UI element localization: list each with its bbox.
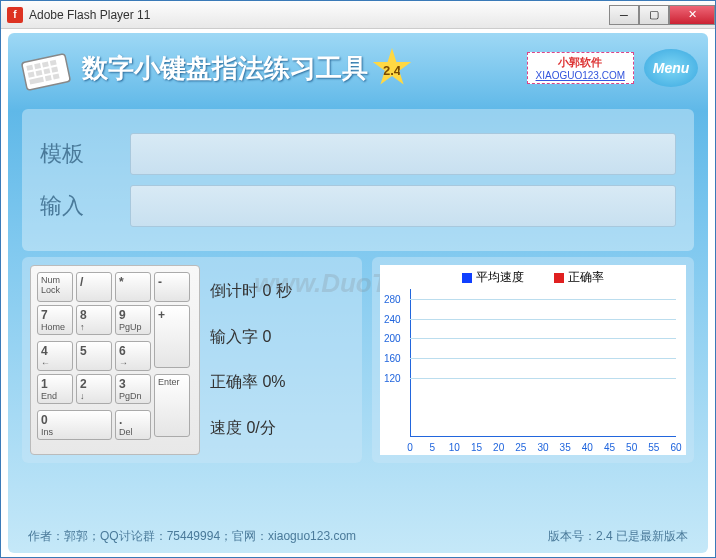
close-button[interactable]: ✕ bbox=[669, 5, 715, 25]
key-numlock[interactable]: Num Lock bbox=[37, 272, 73, 302]
input-label: 输入 bbox=[40, 191, 130, 221]
key-5[interactable]: 5 bbox=[76, 341, 112, 371]
key-7[interactable]: 7Home bbox=[37, 305, 73, 335]
maximize-button[interactable]: ▢ bbox=[639, 5, 669, 25]
legend-speed: 平均速度 bbox=[462, 269, 524, 286]
stat-accuracy: 正确率 0% bbox=[210, 372, 354, 393]
brand-name: 小郭软件 bbox=[536, 55, 625, 70]
input-row: 输入 bbox=[40, 185, 676, 227]
key-9[interactable]: 9PgUp bbox=[115, 305, 151, 335]
menu-button[interactable]: Menu bbox=[644, 49, 698, 87]
key-8[interactable]: 8↑ bbox=[76, 305, 112, 335]
key-minus[interactable]: - bbox=[154, 272, 190, 302]
footer-version: 版本号：2.4 已是最新版本 bbox=[548, 528, 688, 545]
legend-accuracy: 正确率 bbox=[554, 269, 604, 286]
minimize-button[interactable]: ─ bbox=[609, 5, 639, 25]
bottom-panels: Num Lock / * - 7Home 8↑ 9PgUp bbox=[22, 257, 694, 463]
template-label: 模板 bbox=[40, 139, 130, 169]
stats-panel: 倒计时 0 秒 输入字 0 正确率 0% 速度 0/分 bbox=[210, 265, 354, 455]
brand-link[interactable]: 小郭软件 XIAOGUO123.COM bbox=[527, 52, 634, 84]
key-slash[interactable]: / bbox=[76, 272, 112, 302]
window-controls: ─ ▢ ✕ bbox=[609, 5, 715, 25]
client-area: 数字小键盘指法练习工具 2.4 小郭软件 XIAOGUO123.COM Menu… bbox=[1, 29, 715, 557]
stat-speed: 速度 0/分 bbox=[210, 418, 354, 439]
app-footer: 作者：郭郭；QQ讨论群：75449994；官网：xiaoguo123.com 版… bbox=[22, 524, 694, 549]
key-4[interactable]: 4← bbox=[37, 341, 73, 371]
practice-panel: 模板 输入 bbox=[22, 109, 694, 251]
footer-author: 作者：郭郭；QQ讨论群：75449994；官网：xiaoguo123.com bbox=[28, 528, 356, 545]
version-star-icon: 2.4 bbox=[372, 48, 412, 88]
window-title: Adobe Flash Player 11 bbox=[29, 8, 609, 22]
keyboard-icon bbox=[18, 44, 74, 92]
app-title: 数字小键盘指法练习工具 bbox=[82, 51, 368, 86]
keypad-panel: Num Lock / * - 7Home 8↑ 9PgUp bbox=[22, 257, 362, 463]
key-star[interactable]: * bbox=[115, 272, 151, 302]
stat-countdown: 倒计时 0 秒 bbox=[210, 281, 354, 302]
brand-url: XIAOGUO123.COM bbox=[536, 70, 625, 81]
template-display bbox=[130, 133, 676, 175]
chart-panel: 平均速度 正确率 1201602002402800510152025303540… bbox=[372, 257, 694, 463]
key-plus[interactable]: + bbox=[154, 305, 190, 368]
key-dot[interactable]: .Del bbox=[115, 410, 151, 440]
chart-legend: 平均速度 正确率 bbox=[380, 269, 686, 286]
chart-axes bbox=[410, 289, 676, 437]
app-content: 数字小键盘指法练习工具 2.4 小郭软件 XIAOGUO123.COM Menu… bbox=[8, 33, 708, 553]
key-3[interactable]: 3PgDn bbox=[115, 374, 151, 404]
app-header: 数字小键盘指法练习工具 2.4 小郭软件 XIAOGUO123.COM Menu bbox=[8, 33, 708, 103]
version-number: 2.4 bbox=[383, 63, 401, 78]
key-0[interactable]: 0Ins bbox=[37, 410, 112, 440]
key-2[interactable]: 2↓ bbox=[76, 374, 112, 404]
template-row: 模板 bbox=[40, 133, 676, 175]
stat-typed: 输入字 0 bbox=[210, 327, 354, 348]
key-1[interactable]: 1End bbox=[37, 374, 73, 404]
input-field[interactable] bbox=[130, 185, 676, 227]
app-window: f Adobe Flash Player 11 ─ ▢ ✕ 数字小键盘指法练习工… bbox=[0, 0, 716, 558]
key-enter[interactable]: Enter bbox=[154, 374, 190, 437]
flash-icon: f bbox=[7, 7, 23, 23]
performance-chart: 平均速度 正确率 1201602002402800510152025303540… bbox=[380, 265, 686, 455]
key-6[interactable]: 6→ bbox=[115, 341, 151, 371]
titlebar: f Adobe Flash Player 11 ─ ▢ ✕ bbox=[1, 1, 715, 29]
numeric-keypad: Num Lock / * - 7Home 8↑ 9PgUp bbox=[30, 265, 200, 455]
